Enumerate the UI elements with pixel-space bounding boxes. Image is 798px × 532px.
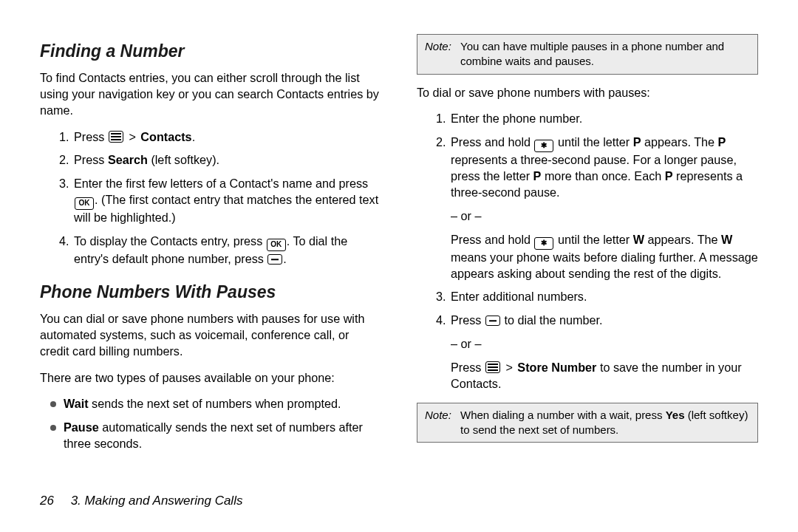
note-text: When dialing a number with a wait, press… — [460, 408, 750, 438]
heading-finding-number: Finding a Number — [40, 40, 381, 63]
store-number-label: Store Number — [517, 361, 596, 374]
pause-label: Pause — [64, 420, 99, 434]
text: appears. The — [644, 233, 721, 246]
manual-page: Finding a Number To find Contacts entrie… — [0, 0, 798, 532]
note-label: Note: — [425, 408, 460, 438]
contacts-label: Contacts — [140, 130, 191, 143]
call-key-icon — [267, 254, 282, 265]
text: more than once. Each — [541, 169, 664, 183]
page-number: 26 — [40, 494, 54, 508]
text: automatically sends the next set of numb… — [64, 420, 363, 450]
step-2: Press Search (left softkey). — [72, 152, 381, 168]
letter-w: W — [633, 233, 644, 246]
search-label: Search — [108, 153, 148, 166]
text: sends the next set of numbers when promp… — [89, 397, 341, 410]
text: to dial the number. — [501, 313, 603, 327]
text: Press and hold — [451, 135, 533, 149]
gt-icon: > — [505, 361, 512, 374]
text: Enter the first few letters of a Contact… — [74, 177, 368, 190]
menu-key-icon — [109, 131, 123, 143]
or-separator: – or – — [451, 208, 758, 225]
star-key-icon: ✱ — [534, 237, 553, 250]
list-item: Pause automatically sends the next set o… — [53, 420, 381, 452]
dial-save-intro: To dial or save phone numbers with pause… — [417, 85, 758, 101]
pauses-intro: You can dial or save phone numbers with … — [40, 311, 381, 360]
call-key-icon — [485, 316, 500, 326]
list-item: Wait sends the next set of numbers when … — [53, 396, 381, 412]
heading-pauses: Phone Numbers With Pauses — [40, 281, 381, 304]
step-1: Enter the phone number. — [449, 111, 758, 127]
text: Press — [451, 361, 485, 374]
chapter-title: 3. Making and Answering Calls — [71, 494, 243, 508]
text: until the letter — [554, 135, 632, 149]
text: To display the Contacts entry, press — [74, 234, 266, 248]
note-label: Note: — [425, 39, 460, 69]
text: . (The first contact entry that matches … — [74, 193, 378, 224]
step-2: Press and hold ✱ until the letter P appe… — [449, 134, 758, 282]
letter-p: P — [533, 169, 542, 183]
ok-key-icon: OK — [75, 197, 94, 210]
pause-types-list: Wait sends the next set of numbers when … — [40, 396, 381, 452]
step-4: To display the Contacts entry, press OK.… — [72, 233, 381, 267]
text: until the letter — [554, 233, 632, 246]
text: . — [192, 130, 196, 143]
text: (left softkey). — [148, 153, 219, 166]
or-separator: – or – — [451, 336, 758, 352]
finding-intro: To find Contacts entries, you can either… — [40, 70, 381, 119]
letter-w: W — [721, 233, 732, 246]
left-column: Finding a Number To find Contacts entrie… — [40, 34, 399, 532]
star-key-icon: ✱ — [534, 140, 553, 152]
text: Press and hold — [451, 233, 533, 246]
right-column: Note: You can have multiple pauses in a … — [399, 34, 758, 532]
yes-label: Yes — [666, 409, 685, 421]
ok-key-icon: OK — [267, 239, 286, 251]
text: means your phone waits before dialing fu… — [451, 250, 758, 280]
pauses-types-intro: There are two types of pauses available … — [40, 370, 381, 386]
note-text: You can have multiple pauses in a phone … — [460, 39, 750, 69]
text: Press — [74, 153, 108, 166]
menu-key-icon — [485, 361, 500, 373]
text: . — [283, 252, 287, 265]
letter-p: P — [718, 135, 726, 149]
note-wait-dial: Note: When dialing a number with a wait,… — [417, 403, 758, 443]
step-3: Enter the first few letters of a Contact… — [72, 176, 381, 226]
step-4: Press to dial the number. – or – Press >… — [449, 313, 758, 392]
step-3: Enter additional numbers. — [449, 289, 758, 305]
gt-icon: > — [129, 130, 135, 143]
text: Press — [74, 130, 108, 143]
wait-label: Wait — [64, 397, 89, 410]
note-multiple-pauses: Note: You can have multiple pauses in a … — [417, 34, 758, 75]
step-1: Press > Contacts. — [72, 129, 381, 146]
text: When dialing a number with a wait, press — [460, 409, 666, 421]
text: Press — [451, 313, 485, 327]
letter-p: P — [633, 135, 641, 149]
text: appears. The — [641, 135, 717, 149]
finding-steps: Press > Contacts. Press Search (left sof… — [40, 129, 381, 267]
dial-save-steps: Enter the phone number. Press and hold ✱… — [417, 111, 758, 392]
letter-p: P — [665, 169, 673, 183]
page-footer: 26 3. Making and Answering Calls — [40, 493, 242, 510]
